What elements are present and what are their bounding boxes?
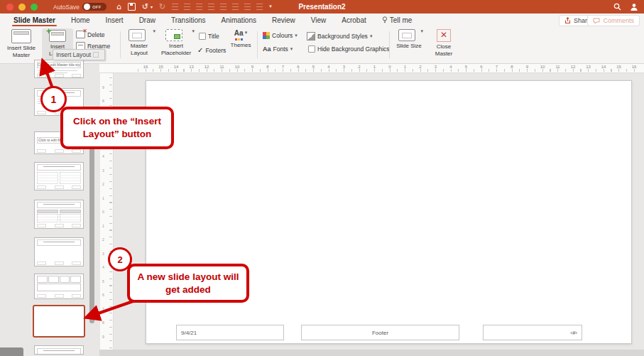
tab-slide-master[interactable]: Slide Master [6, 14, 63, 27]
ruler-number: 12 [571, 65, 576, 69]
insert-layout-icon: + [49, 30, 66, 42]
slide-layout-thumbnail[interactable] [34, 237, 84, 266]
slide-layout-thumbnail[interactable] [34, 200, 84, 229]
ruler-number: 14 [601, 65, 606, 69]
ruler-ticks [138, 69, 641, 72]
ruler-number: 4 [102, 265, 104, 269]
themes-button[interactable]: Aa ▾ Themes [229, 28, 253, 62]
toolbar-icon[interactable] [220, 4, 227, 10]
ruler-number: 15 [158, 65, 163, 69]
powerpoint-window: AutoSave OFF ⌂ ↺▾ ↻ ▾ Presentation2 [0, 0, 644, 356]
toolbar-icon[interactable] [196, 4, 202, 10]
tab-home[interactable]: Home [63, 14, 98, 27]
toolbar-icon[interactable] [172, 4, 178, 10]
fonts-dropdown[interactable]: Aa Fonts ▾ [263, 45, 293, 53]
toolbar-icon[interactable] [184, 4, 190, 10]
autosave-control[interactable]: AutoSave OFF [53, 3, 107, 11]
ruler-number: 9 [102, 335, 104, 339]
toolbar-icon[interactable] [208, 4, 214, 10]
more-tools-icon[interactable]: ▾ [269, 4, 272, 9]
tab-view[interactable]: View [303, 14, 334, 27]
ruler-number: 13 [586, 65, 591, 69]
tab-tell-me[interactable]: Tell me [374, 14, 420, 27]
insert-slide-master-button[interactable]: Insert Slide Master [1, 28, 41, 62]
tab-draw[interactable]: Draw [131, 14, 163, 27]
tab-insert[interactable]: Insert [98, 14, 131, 27]
slide-layout-thumbnail[interactable] [34, 345, 84, 355]
save-icon[interactable] [128, 3, 136, 11]
slide-layout-thumbnail[interactable] [34, 274, 84, 299]
tab-animations[interactable]: Animations [214, 14, 264, 27]
slide-size-button[interactable]: ▾ Slide Size [395, 28, 423, 62]
home-icon[interactable]: ⌂ [116, 3, 121, 11]
themes-icon: Aa [234, 29, 244, 37]
colours-icon [263, 32, 270, 39]
toolbar-icon[interactable] [256, 4, 263, 10]
redo-icon[interactable]: ↻ [159, 3, 165, 11]
footer-placeholder-text: Footer [372, 330, 388, 336]
titlebar: AutoSave OFF ⌂ ↺▾ ↻ ▾ Presentation2 [0, 0, 644, 14]
master-layout-button[interactable]: ▾ Master Layout [123, 28, 155, 62]
ruler-number: 0 [388, 65, 391, 69]
close-master-button[interactable]: Close Master [429, 28, 459, 62]
slide-layout-thumbnail[interactable]: Click to edit Master title style [34, 60, 84, 78]
slide-size-icon [398, 29, 415, 41]
bottom-left-fragment [0, 347, 23, 356]
footer-placeholder[interactable]: Footer [301, 325, 459, 340]
zoom-window-button[interactable] [31, 4, 38, 11]
ruler-number: 5 [465, 65, 467, 69]
ruler-number: 8 [102, 99, 104, 103]
insert-placeholder-button[interactable]: ▾ Insert Placeholder [158, 28, 195, 62]
footers-checkbox[interactable]: ✓ Footers [197, 46, 226, 54]
ruler-number: 4 [327, 65, 329, 69]
undo-menu-caret[interactable]: ▾ [151, 5, 153, 9]
autosave-toggle-knob [84, 4, 90, 10]
insert-slide-master-icon [11, 29, 31, 43]
ruler-number: 16 [143, 65, 148, 69]
ruler-number: 14 [174, 65, 179, 69]
tab-review[interactable]: Review [264, 14, 303, 27]
slide-layout-thumbnail-selected[interactable] [33, 305, 85, 338]
hide-background-graphics-checkbox[interactable]: Hide Background Graphics [308, 45, 390, 53]
step-number-text: 2 [117, 254, 122, 265]
comments-button[interactable]: Comments [587, 15, 640, 26]
ruler-number: 2 [102, 182, 104, 186]
delete-button[interactable]: Delete [76, 31, 105, 38]
ruler-number: 5 [102, 279, 104, 284]
tab-acrobat[interactable]: Acrobat [334, 14, 373, 27]
undo-icon[interactable]: ↺ [142, 3, 148, 11]
minimize-window-button[interactable] [18, 4, 26, 11]
ruler-number: 1 [102, 224, 104, 228]
toolbar-icon[interactable] [232, 4, 239, 10]
chevron-down-icon: ▾ [420, 28, 423, 34]
slide-layout-thumbnail[interactable] [34, 162, 84, 190]
ruler-number: 7 [282, 65, 284, 69]
ribbon-separator [257, 31, 258, 58]
ruler-number: 5 [312, 65, 315, 69]
ruler-number: 3 [102, 252, 104, 256]
search-icon[interactable] [613, 3, 621, 11]
tab-transitions[interactable]: Transitions [163, 14, 214, 27]
ruler-number: 4 [102, 154, 104, 158]
ruler-number: 6 [297, 65, 299, 69]
chevron-down-icon: ▾ [290, 46, 293, 52]
slide-number-placeholder[interactable]: ‹#› [483, 325, 582, 340]
colours-dropdown[interactable]: Colours ▾ [263, 32, 298, 39]
chevron-down-icon: ▾ [370, 33, 373, 39]
slide-editing-area[interactable]: 9/4/21 Footer ‹#› [146, 80, 632, 344]
ruler-number: 2 [102, 237, 104, 242]
close-window-button[interactable] [6, 4, 13, 11]
date-placeholder[interactable]: 9/4/21 [176, 325, 284, 340]
toolbar-icon[interactable] [244, 4, 251, 10]
account-icon[interactable] [630, 3, 638, 11]
menu-tabs: Slide MasterHomeInsertDrawTransitionsAni… [6, 14, 420, 27]
ruler-number: 6 [102, 293, 104, 297]
autosave-toggle[interactable]: OFF [82, 3, 107, 11]
ruler-number: 2 [358, 65, 360, 69]
thumbnail-panel-scrollbar[interactable] [89, 130, 94, 323]
date-placeholder-text: 9/4/21 [181, 330, 197, 336]
close-master-icon [437, 29, 451, 42]
background-styles-dropdown[interactable]: Background Styles ▾ [307, 32, 372, 41]
title-checkbox[interactable]: Title [199, 33, 219, 40]
ruler-number: 11 [219, 65, 224, 69]
